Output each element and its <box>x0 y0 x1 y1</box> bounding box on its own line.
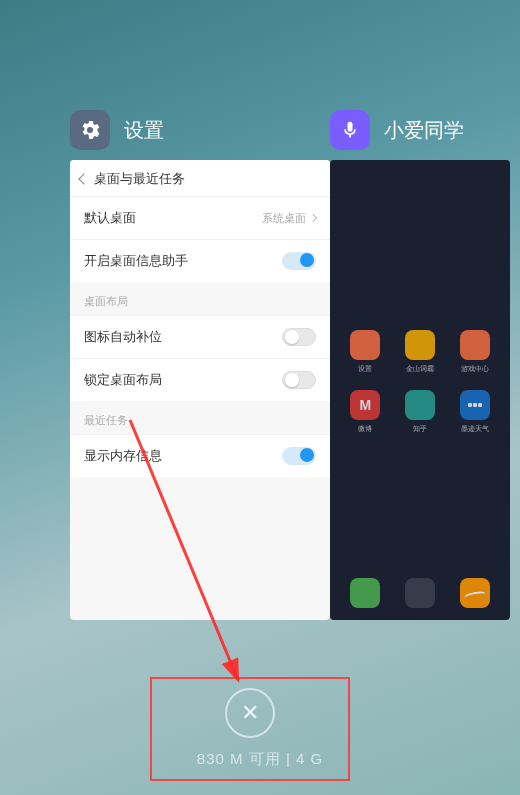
home-row: M微博 知乎 墨迹天气 <box>330 390 510 434</box>
section-header-layout: 桌面布局 <box>70 282 330 315</box>
home-app-icon <box>460 330 490 360</box>
close-icon: ✕ <box>241 702 259 724</box>
row-label: 默认桌面 <box>84 209 136 227</box>
toggle-auto-fill[interactable] <box>282 328 316 346</box>
clear-all-button[interactable]: ✕ <box>225 688 275 738</box>
chevron-right-icon <box>309 214 317 222</box>
row-show-memory[interactable]: 显示内存信息 <box>70 434 330 477</box>
row-value: 系统桌面 <box>262 211 316 226</box>
settings-breadcrumb-row[interactable]: 桌面与最近任务 <box>70 160 330 196</box>
row-info-assistant[interactable]: 开启桌面信息助手 <box>70 239 330 282</box>
toggle-info-assistant[interactable] <box>282 252 316 270</box>
recent-app-settings-header[interactable]: 设置 <box>70 110 164 150</box>
dock-browser-icon <box>460 578 490 608</box>
dock-folder-icon <box>405 578 435 608</box>
row-label: 锁定桌面布局 <box>84 371 162 389</box>
recent-app-xiaoai-header[interactable]: 小爱同学 <box>330 110 464 150</box>
recent-app-settings-title: 设置 <box>124 117 164 144</box>
home-app-icon <box>350 330 380 360</box>
row-lock-layout[interactable]: 锁定桌面布局 <box>70 358 330 401</box>
home-app-icon <box>460 390 490 420</box>
row-label: 显示内存信息 <box>84 447 162 465</box>
xiaoai-app-icon <box>330 110 370 150</box>
recent-card-xiaoai[interactable]: 设置 金山词霸 游戏中心 M微博 知乎 墨迹天气 <box>330 160 510 620</box>
home-row: 设置 金山词霸 游戏中心 <box>330 330 510 374</box>
home-dock <box>330 578 510 608</box>
toggle-lock-layout[interactable] <box>282 371 316 389</box>
memory-status: 830 M 可用 | 4 G <box>0 750 520 769</box>
home-app-icon <box>405 330 435 360</box>
home-app-icon <box>405 390 435 420</box>
section-header-recent: 最近任务 <box>70 401 330 434</box>
gear-icon <box>78 118 102 142</box>
recent-app-xiaoai-title: 小爱同学 <box>384 117 464 144</box>
mic-icon <box>340 120 360 140</box>
home-app-icon: M <box>350 390 380 420</box>
dock-phone-icon <box>350 578 380 608</box>
chevron-left-icon <box>78 173 89 184</box>
row-label: 图标自动补位 <box>84 328 162 346</box>
settings-app-icon <box>70 110 110 150</box>
row-label: 开启桌面信息助手 <box>84 252 188 270</box>
row-default-home[interactable]: 默认桌面 系统桌面 <box>70 196 330 239</box>
breadcrumb: 桌面与最近任务 <box>94 170 185 188</box>
recent-card-settings[interactable]: 桌面与最近任务 默认桌面 系统桌面 开启桌面信息助手 桌面布局 图标自动补位 锁… <box>70 160 330 620</box>
toggle-show-memory[interactable] <box>282 447 316 465</box>
row-auto-fill[interactable]: 图标自动补位 <box>70 315 330 358</box>
